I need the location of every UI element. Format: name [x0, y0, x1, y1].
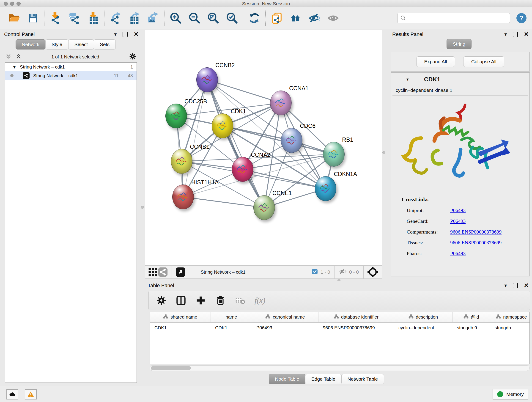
search-input[interactable]: [397, 13, 510, 23]
network-node-CCNB2[interactable]: [196, 67, 218, 92]
table-cell[interactable]: stringdb:9...: [452, 322, 490, 333]
tab-style[interactable]: Style: [45, 39, 69, 50]
tab-network[interactable]: Network: [16, 39, 46, 50]
right-splitter-handle[interactable]: [382, 151, 385, 154]
network-node-HIST1H1A[interactable]: [172, 185, 194, 209]
tab-node-table[interactable]: Node Table: [269, 374, 305, 384]
open-file-button[interactable]: [8, 12, 21, 25]
memory-button[interactable]: Memory: [493, 389, 528, 400]
create-column-icon[interactable]: [196, 295, 206, 306]
tab-edge-table[interactable]: Edge Table: [305, 374, 342, 384]
network-collection-row[interactable]: ▼ String Network – cdk1 1: [5, 63, 137, 71]
collapse-all-networks-icon[interactable]: [6, 53, 12, 60]
results-panel-float-icon[interactable]: [513, 32, 518, 37]
control-panel-float-icon[interactable]: [123, 32, 128, 37]
zoom-selected-button[interactable]: [225, 12, 238, 25]
copy-network-button[interactable]: [270, 12, 283, 25]
network-node-CDC6[interactable]: [281, 128, 302, 153]
selected-checkbox-icon[interactable]: [312, 269, 318, 275]
network-node-RB1[interactable]: [323, 142, 345, 167]
show-columns-icon[interactable]: [176, 295, 186, 306]
network-node-CCNA2[interactable]: [232, 157, 253, 182]
column-label: database identifier: [341, 314, 379, 320]
table-options-gear-icon[interactable]: [156, 295, 167, 306]
entry-header[interactable]: ▼ CDK1: [393, 74, 528, 85]
column-header-name[interactable]: name: [210, 312, 252, 322]
column-header-description[interactable]: description: [394, 312, 452, 322]
column-header-id[interactable]: @id: [452, 312, 490, 322]
delete-column-icon[interactable]: [215, 295, 226, 306]
hide-selected-button[interactable]: [308, 12, 321, 25]
navigator-icon[interactable]: [176, 266, 186, 279]
cloud-services-button[interactable]: [6, 389, 18, 400]
expand-all-button[interactable]: Expand All: [416, 56, 455, 67]
hidden-eye-icon[interactable]: [339, 268, 346, 276]
column-header-canonical-name[interactable]: canonical name: [252, 312, 318, 322]
network-node-CCNE1[interactable]: [253, 195, 275, 220]
entry-collapse-icon[interactable]: ▼: [406, 77, 409, 82]
network-options-gear-icon[interactable]: [129, 53, 136, 61]
import-table-button[interactable]: [87, 12, 99, 25]
network-node-CDKN1A[interactable]: [315, 176, 336, 201]
export-table-button[interactable]: [128, 12, 141, 25]
zoom-fit-button[interactable]: [207, 12, 220, 25]
table-cell[interactable]: cyclin–dependent ...: [394, 322, 452, 333]
table-cell[interactable]: 9606.ENSP00000378699: [318, 322, 394, 333]
results-panel-menu-icon[interactable]: ▾: [504, 32, 507, 37]
collapse-all-button[interactable]: Collapse All: [463, 56, 505, 67]
table-panel-menu-icon[interactable]: ▾: [504, 283, 507, 288]
table-cell[interactable]: CDK1: [150, 322, 210, 333]
main-toolbar: ?: [0, 7, 532, 29]
tab-string[interactable]: String: [447, 39, 472, 49]
network-node-CDC25B[interactable]: [165, 104, 187, 128]
crosslink-tissues-link[interactable]: 9606.ENSP00000378699: [450, 240, 501, 246]
collection-expand-icon[interactable]: ▼: [12, 64, 17, 70]
control-panel-menu-icon[interactable]: ▾: [114, 32, 117, 37]
show-all-button[interactable]: [327, 12, 340, 25]
import-network-database-button[interactable]: [68, 12, 81, 25]
table-panel-float-icon[interactable]: [513, 283, 518, 288]
crosslink-uniprot-link[interactable]: P06493: [450, 207, 466, 213]
export-network-button[interactable]: [109, 12, 122, 25]
crosslink-genecard-link[interactable]: P06493: [450, 218, 466, 224]
column-header-namespace[interactable]: namespace: [490, 312, 530, 322]
control-panel-close-icon[interactable]: ✕: [133, 31, 139, 38]
refresh-button[interactable]: [248, 12, 261, 25]
network-node-CCNA1[interactable]: [270, 90, 292, 115]
table-cell[interactable]: CDK1: [210, 322, 252, 333]
export-image-button[interactable]: [147, 12, 159, 25]
column-label: canonical name: [273, 314, 305, 320]
tab-select[interactable]: Select: [68, 39, 94, 50]
warnings-button[interactable]: [25, 389, 37, 400]
crosslink-label: Compartments:: [407, 229, 450, 235]
crosslink-pharos-link[interactable]: P06493: [450, 250, 466, 256]
column-header-database-identifier[interactable]: database identifier: [318, 312, 394, 322]
network-row[interactable]: String Network – cdk1 11 48: [5, 71, 137, 80]
grid-mode-icon[interactable]: [148, 266, 158, 279]
import-network-file-button[interactable]: [49, 12, 62, 25]
tab-network-table[interactable]: Network Table: [341, 374, 384, 384]
network-mode-icon[interactable]: [158, 266, 168, 279]
table-cell[interactable]: P06493: [252, 322, 318, 333]
fit-selected-crosshair-icon[interactable]: [367, 266, 379, 279]
first-neighbors-button[interactable]: [289, 12, 302, 25]
save-session-button[interactable]: [27, 12, 39, 25]
help-button[interactable]: ?: [516, 13, 526, 23]
table-horizontal-scrollbar[interactable]: [150, 365, 530, 371]
results-panel-close-icon[interactable]: ✕: [524, 31, 529, 38]
open-file-icon: [8, 12, 20, 24]
zoom-in-button[interactable]: [169, 12, 182, 25]
crosslink-compartments-link[interactable]: 9606.ENSP00000378699: [450, 229, 501, 235]
table-cell[interactable]: stringdb: [490, 322, 530, 333]
network-canvas[interactable]: CCNB2CCNA1CDC25BCDK1CDC6RB1CCNB1CCNA2CDK…: [145, 30, 382, 265]
tab-sets[interactable]: Sets: [94, 39, 116, 50]
network-node-CDK1[interactable]: [212, 114, 233, 138]
column-header-shared-name[interactable]: shared name: [150, 312, 210, 322]
zoom-out-button[interactable]: [188, 12, 201, 25]
expand-all-networks-icon[interactable]: [16, 53, 22, 60]
left-splitter-handle[interactable]: [141, 206, 144, 209]
scrollbar-thumb[interactable]: [151, 366, 191, 370]
table-panel-close-icon[interactable]: ✕: [524, 282, 529, 289]
table-row[interactable]: CDK1CDK1P064939606.ENSP00000378699cyclin…: [150, 322, 530, 333]
network-node-CCNB1[interactable]: [171, 149, 192, 174]
